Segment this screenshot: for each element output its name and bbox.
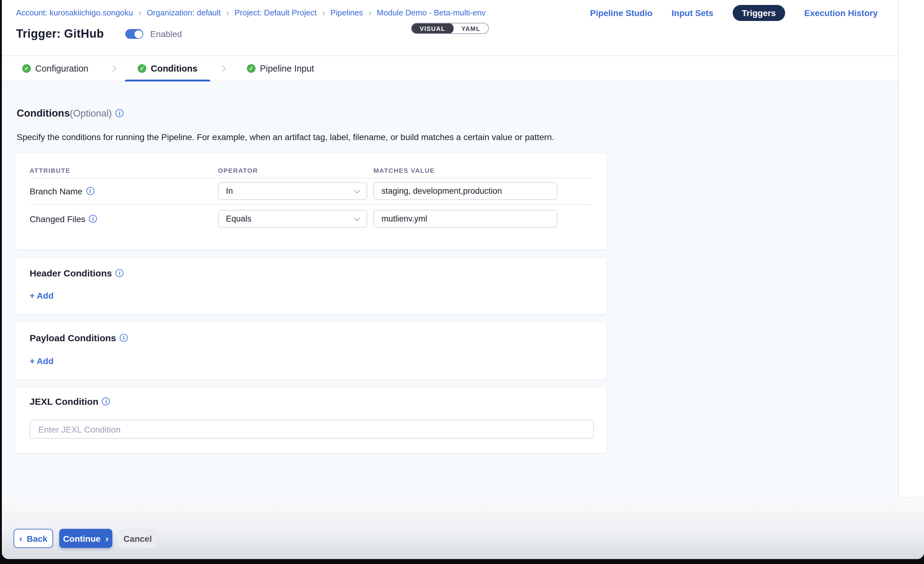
cancel-button-label: Cancel [123, 534, 152, 543]
matches-value-input[interactable] [374, 210, 557, 228]
tab-conditions[interactable]: ✓ Conditions [138, 56, 198, 81]
add-payload-condition-button[interactable]: + Add [30, 356, 54, 366]
continue-button-label: Continue [63, 534, 100, 543]
table-divider [30, 204, 592, 205]
conditions-optional-label: (Optional) [70, 108, 112, 119]
back-button-label: Back [27, 534, 48, 543]
info-icon[interactable]: i [116, 109, 123, 117]
attribute-label: Branch Name i [30, 182, 94, 200]
page-header: Account: kurosakiichigo.songoku › Organi… [2, 0, 924, 56]
pipeline-nav: Pipeline Studio Input Sets Triggers Exec… [590, 5, 878, 21]
nav-input-sets[interactable]: Input Sets [672, 8, 713, 18]
breadcrumb-pipeline-name[interactable]: Module Demo - Beta-multi-env [377, 8, 486, 17]
check-circle-icon: ✓ [247, 64, 255, 73]
attribute-text: Changed Files [30, 214, 86, 224]
jexl-condition-input[interactable] [30, 420, 594, 439]
conditions-table-card: ATTRIBUTE OPERATOR MATCHES VALUE Branch … [15, 152, 608, 250]
breadcrumb-separator-icon: › [369, 8, 371, 17]
chevron-left-icon: ‹ [20, 533, 22, 544]
visual-yaml-toggle: VISUAL YAML [411, 23, 489, 34]
header-conditions-card: Header Conditions i + Add [15, 257, 608, 315]
column-header-attribute: ATTRIBUTE [30, 166, 70, 174]
tab-configuration-label: Configuration [35, 63, 88, 74]
operator-value: Equals [226, 214, 252, 224]
breadcrumb-project[interactable]: Project: Default Project [234, 8, 316, 17]
info-icon[interactable]: i [116, 269, 124, 277]
tab-conditions-label: Conditions [151, 63, 198, 74]
wizard-tabbar: ✓ Configuration ✓ Conditions ✓ Pipeline … [2, 56, 898, 81]
payload-conditions-card: Payload Conditions i + Add [15, 321, 608, 380]
yaml-toggle-button[interactable]: YAML [453, 24, 488, 33]
breadcrumb: Account: kurosakiichigo.songoku › Organi… [16, 8, 486, 17]
info-icon[interactable]: i [120, 334, 128, 342]
back-button[interactable]: ‹ Back [14, 529, 53, 548]
breadcrumb-separator-icon: › [139, 8, 141, 17]
breadcrumb-account[interactable]: Account: kurosakiichigo.songoku [16, 8, 133, 17]
payload-conditions-title: Payload Conditions [30, 333, 116, 343]
column-header-operator: OPERATOR [218, 166, 258, 174]
matches-value-input[interactable] [374, 182, 557, 200]
jexl-condition-title: JEXL Condition [30, 396, 99, 406]
attribute-text: Branch Name [30, 186, 82, 196]
chevron-right-icon [110, 65, 117, 72]
breadcrumb-pipelines[interactable]: Pipelines [330, 8, 363, 17]
info-icon[interactable]: i [102, 398, 110, 405]
breadcrumb-separator-icon: › [226, 8, 229, 17]
info-icon[interactable]: i [86, 187, 94, 195]
tab-pipeline-input[interactable]: ✓ Pipeline Input [247, 56, 314, 81]
page-title: Trigger: GitHub [16, 27, 104, 41]
enabled-label: Enabled [150, 29, 182, 39]
nav-triggers[interactable]: Triggers [732, 5, 785, 21]
info-icon[interactable]: i [89, 215, 97, 223]
add-header-condition-button[interactable]: + Add [30, 291, 54, 300]
conditions-heading: Conditions [16, 107, 70, 119]
chevron-down-icon [354, 215, 360, 221]
app-window: Account: kurosakiichigo.songoku › Organi… [2, 0, 924, 559]
attribute-label: Changed Files i [30, 210, 97, 228]
nav-execution-history[interactable]: Execution History [804, 8, 878, 18]
visual-toggle-button[interactable]: VISUAL [411, 23, 454, 34]
check-circle-icon: ✓ [22, 64, 31, 73]
toggle-knob [134, 29, 144, 39]
column-header-matches-value: MATCHES VALUE [374, 166, 435, 174]
conditions-panel: Conditions (Optional) i Specify the cond… [2, 81, 898, 497]
chevron-right-icon: › [105, 533, 109, 544]
breadcrumb-separator-icon: › [322, 8, 325, 17]
tab-pipeline-input-label: Pipeline Input [260, 63, 314, 74]
breadcrumb-organization[interactable]: Organization: default [147, 8, 220, 17]
jexl-condition-card: JEXL Condition i [15, 386, 608, 453]
table-divider [30, 178, 592, 178]
tab-configuration[interactable]: ✓ Configuration [22, 56, 88, 81]
chevron-down-icon [354, 187, 360, 194]
nav-pipeline-studio[interactable]: Pipeline Studio [590, 8, 652, 18]
scrollbar-track[interactable] [898, 0, 924, 497]
conditions-description: Specify the conditions for running the P… [16, 132, 554, 142]
continue-button[interactable]: Continue › [59, 529, 112, 548]
enabled-toggle[interactable] [126, 29, 144, 39]
check-circle-icon: ✓ [138, 64, 147, 73]
cancel-button[interactable]: Cancel [118, 529, 157, 548]
operator-dropdown[interactable]: Equals [218, 210, 367, 228]
wizard-footer: ‹ Back Continue › Cancel [2, 497, 924, 559]
operator-value: In [226, 186, 233, 196]
header-conditions-title: Header Conditions [30, 268, 112, 278]
operator-dropdown[interactable]: In [218, 182, 367, 200]
chevron-right-icon [219, 65, 226, 72]
